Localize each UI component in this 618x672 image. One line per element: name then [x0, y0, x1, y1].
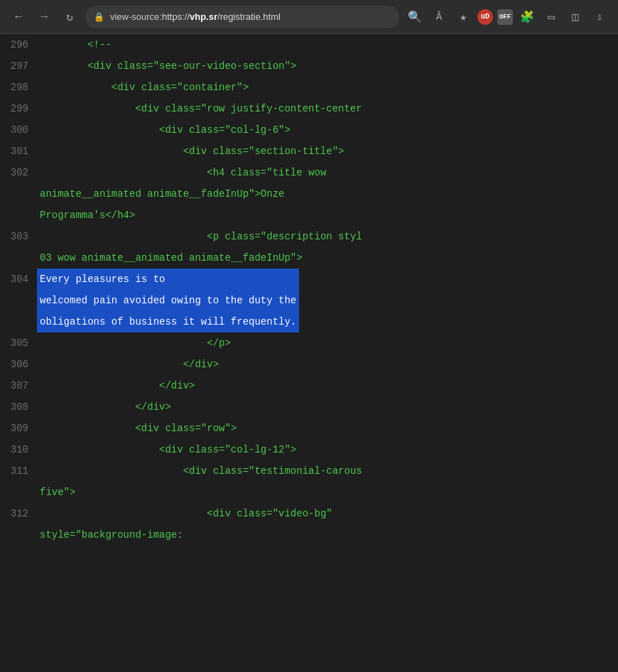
bookmark-button[interactable]: ★ — [453, 7, 473, 27]
line-content-301: <div class="section-title"> — [37, 141, 344, 162]
zoom-button[interactable]: 🔍 — [405, 7, 425, 27]
code-line-301: 301 <div class="section-title"> — [0, 141, 618, 162]
line-content-309: <div class="row"> — [37, 418, 237, 439]
line-content-308: </div> — [37, 396, 171, 418]
line-number-308: 308 — [0, 396, 37, 418]
reload-button[interactable]: ↻ — [60, 7, 80, 27]
download-button[interactable]: ⇩ — [590, 7, 609, 27]
browser-chrome: ← → ↻ 🔒 view-source:https://vhp.sr/regis… — [0, 0, 618, 34]
code-line-298: 298 <div class="container"> — [0, 77, 618, 98]
line-number-302: 302 — [0, 162, 37, 183]
line-content-296: <!-- — [37, 34, 112, 55]
code-line-311: 311 <div class="testimonial-carous five"… — [0, 460, 618, 503]
line-content-298: <div class="container"> — [37, 77, 249, 98]
address-bar[interactable]: 🔒 view-source:https://vhp.sr/registratie… — [85, 6, 399, 28]
code-line-309: 309 <div class="row"> — [0, 418, 618, 439]
line-number-307: 307 — [0, 375, 37, 396]
code-line-310: 310 <div class="col-lg-12"> — [0, 439, 618, 460]
line-number-306: 306 — [0, 354, 37, 375]
reader-button[interactable]: Â — [429, 7, 449, 27]
line-content-303: <p class="description styl 03 wow animat… — [37, 226, 362, 269]
toolbar-icons: 🔍 Â ★ uD OFF 🧩 ▭ ◫ ⇩ — [405, 7, 609, 27]
code-line-307: 307 </div> — [0, 375, 618, 396]
code-line-296: 296 <!-- — [0, 34, 618, 55]
line-content-310: <div class="col-lg-12"> — [37, 439, 296, 460]
line-content-297: <div class="see-our-video-section"> — [37, 55, 296, 77]
line-number-303: 303 — [0, 226, 37, 247]
line-number-311: 311 — [0, 460, 37, 482]
code-line-305: 305 </p> — [0, 332, 618, 354]
line-content-304[interactable]: Every pleasures is to welcomed pain avoi… — [37, 269, 299, 332]
extension-ud-button[interactable]: uD — [477, 9, 493, 25]
code-line-300: 300 <div class="col-lg-6"> — [0, 119, 618, 141]
line-number-312: 312 — [0, 503, 37, 524]
line-number-300: 300 — [0, 119, 37, 141]
split-view-button[interactable]: ▭ — [541, 7, 561, 27]
collections-button[interactable]: ◫ — [565, 7, 585, 27]
line-content-305: </p> — [37, 332, 231, 354]
code-line-299: 299 <div class="row justify-content-cent… — [0, 98, 618, 119]
line-number-304: 304 — [0, 269, 37, 290]
line-content-299: <div class="row justify-content-center — [37, 98, 362, 119]
code-line-302: 302 <h4 class="title wow animate__animat… — [0, 162, 618, 226]
back-button[interactable]: ← — [9, 7, 28, 27]
code-line-304: 304 Every pleasures is to welcomed pain … — [0, 269, 618, 332]
code-line-297: 297 <div class="see-our-video-section"> — [0, 55, 618, 77]
line-number-297: 297 — [0, 55, 37, 77]
line-content-307: </div> — [37, 375, 195, 396]
line-content-302: <h4 class="title wow animate__animated a… — [37, 162, 326, 226]
line-content-311: <div class="testimonial-carous five"> — [37, 460, 362, 503]
code-line-306: 306 </div> — [0, 354, 618, 375]
line-number-310: 310 — [0, 439, 37, 460]
code-line-312: 312 <div class="video-bg" style="backgro… — [0, 503, 618, 546]
line-number-305: 305 — [0, 332, 37, 354]
code-view: 296 <!-- 297 <div class="see-our-video-s… — [0, 34, 618, 672]
line-content-306: </div> — [37, 354, 219, 375]
line-number-299: 299 — [0, 98, 37, 119]
lock-icon: 🔒 — [94, 12, 104, 22]
forward-button[interactable]: → — [34, 7, 54, 27]
url-text: view-source:https://vhp.sr/registratie.h… — [110, 11, 281, 22]
code-line-308: 308 </div> — [0, 396, 618, 418]
line-number-309: 309 — [0, 418, 37, 439]
line-number-296: 296 — [0, 34, 37, 55]
extension-off-button[interactable]: OFF — [497, 9, 513, 25]
extension-puzzle-button[interactable]: 🧩 — [517, 7, 537, 27]
line-content-300: <div class="col-lg-6"> — [37, 119, 291, 141]
code-line-303: 303 <p class="description styl 03 wow an… — [0, 226, 618, 269]
line-number-298: 298 — [0, 77, 37, 98]
line-content-312: <div class="video-bg" style="background-… — [37, 503, 332, 546]
line-number-301: 301 — [0, 141, 37, 162]
